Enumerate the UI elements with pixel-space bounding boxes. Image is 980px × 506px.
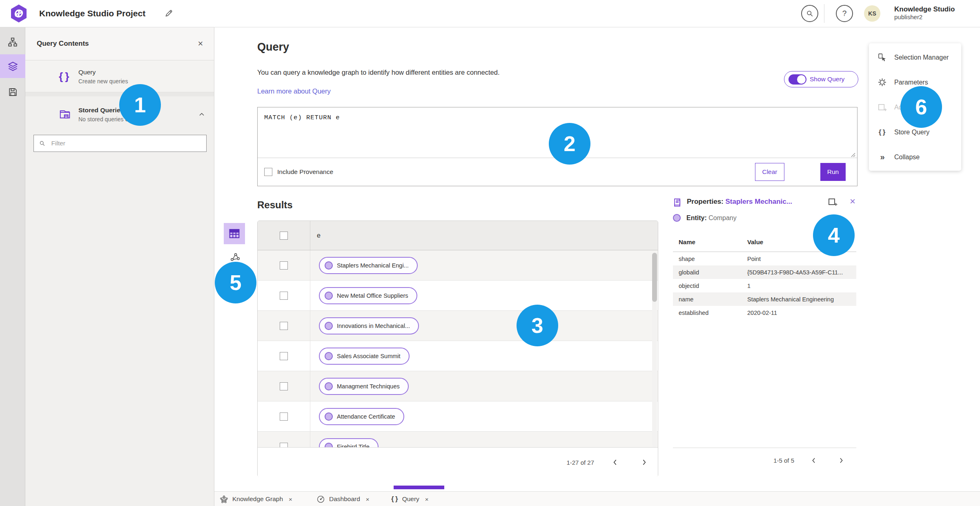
entity-dot-icon (325, 443, 333, 448)
close-tab-icon[interactable]: × (366, 496, 370, 503)
table-row[interactable]: Sales Associate Summit (258, 341, 658, 371)
user-avatar[interactable]: KS (864, 5, 880, 22)
avatar-initials: KS (868, 10, 876, 17)
entity-dot-icon (325, 382, 333, 390)
entity-chip-label: Staplers Mechanical Engi... (337, 262, 409, 269)
table-row[interactable]: Managment Techniques (258, 371, 658, 401)
close-properties-button[interactable]: × (850, 196, 855, 207)
entity-chip[interactable]: New Metal Office Suppliers (319, 287, 417, 304)
chevron-left-icon (810, 457, 818, 464)
table-row[interactable]: Attendance Certificate (258, 401, 658, 432)
clear-button[interactable]: Clear (755, 163, 784, 181)
panel-spacer (25, 92, 214, 96)
entity-chip[interactable]: Innovations in Mechanical... (319, 317, 419, 334)
tab-query[interactable]: { }Query× (391, 492, 429, 506)
row-checkbox[interactable] (280, 382, 288, 390)
row-checkbox[interactable] (280, 322, 288, 330)
stored-queries-filter[interactable] (33, 135, 207, 152)
link-chart-view-button[interactable] (229, 252, 241, 263)
close-tab-icon[interactable]: × (425, 496, 429, 503)
entity-chip[interactable]: Sales Associate Summit (319, 348, 410, 365)
entity-chip[interactable]: Firebird Title (319, 438, 379, 448)
row-checkbox[interactable] (280, 412, 288, 421)
table-row[interactable]: Innovations in Mechanical... (258, 311, 658, 341)
close-tab-icon[interactable]: × (289, 496, 292, 503)
menu-item-collapse[interactable]: »Collapse (869, 145, 961, 169)
property-row: globalid{5D9B4713-F98D-4A53-A59F-C11... (673, 265, 856, 279)
next-page-button[interactable] (637, 455, 651, 470)
editor-footer: Include Provenance Clear Run (258, 158, 857, 186)
chevron-up-icon (198, 110, 206, 118)
selection-manager-icon (877, 53, 887, 62)
menu-item-label: Collapse (894, 154, 920, 161)
query-description: You can query a knowledge graph to ident… (257, 69, 499, 76)
include-provenance-checkbox[interactable] (264, 168, 272, 176)
panel-close-button[interactable]: × (194, 38, 207, 50)
contents-item-query[interactable]: { } Query Create new queries (25, 60, 214, 92)
layers-icon (7, 61, 18, 72)
table-row[interactable]: New Metal Office Suppliers (258, 281, 658, 311)
scrollbar-thumb[interactable] (652, 253, 657, 302)
collapse-section-button[interactable] (198, 110, 206, 118)
run-button[interactable]: Run (820, 163, 846, 181)
filter-input[interactable] (51, 139, 201, 147)
property-row: nameStaplers Mechanical Engineering (673, 292, 856, 306)
show-query-toggle[interactable]: Show Query (784, 71, 858, 87)
row-checkbox[interactable] (280, 352, 288, 360)
entity-chip[interactable]: Managment Techniques (319, 378, 409, 395)
next-page-button[interactable] (833, 453, 848, 468)
learn-more-link[interactable]: Learn more about Query (257, 87, 331, 95)
properties-pagination: 1-5 of 5 (673, 448, 856, 473)
left-icon-rail: » (0, 27, 25, 506)
select-all-checkbox[interactable] (280, 232, 288, 240)
entity-dot-icon (325, 292, 333, 300)
row-checkbox[interactable] (280, 443, 288, 448)
item-subtitle: Create new queries (78, 78, 128, 84)
table-row[interactable]: Staplers Mechanical Engi... (258, 250, 658, 281)
sidebar-item-data-model[interactable] (0, 30, 25, 54)
edit-title-pencil-icon[interactable] (164, 9, 173, 18)
annotation-circle-4: 4 (813, 214, 855, 256)
entity-chip[interactable]: Attendance Certificate (319, 408, 404, 425)
row-checkbox[interactable] (280, 292, 288, 300)
previous-page-button[interactable] (806, 453, 821, 468)
tab-dashboard[interactable]: Dashboard× (316, 492, 370, 506)
table-view-button[interactable] (224, 223, 245, 244)
pagination-range: 1-5 of 5 (773, 457, 794, 464)
entity-dot-icon (325, 322, 333, 330)
entity-dot-icon (325, 412, 333, 421)
search-button[interactable] (801, 5, 818, 22)
save-icon (8, 87, 18, 97)
help-button[interactable]: ? (836, 5, 853, 22)
menu-item-selection-manager[interactable]: Selection Manager (869, 45, 961, 70)
link-chart-icon (230, 252, 241, 263)
sidebar-item-contents[interactable] (0, 54, 25, 78)
entity-chip[interactable]: Staplers Mechanical Engi... (319, 257, 418, 274)
tab-knowledge-graph[interactable]: Knowledge Graph× (220, 492, 292, 506)
open-in-new-window-button[interactable] (828, 197, 837, 207)
property-name: objectid (679, 283, 747, 289)
sidebar-item-save[interactable] (0, 80, 25, 104)
user-info[interactable]: Knowledge Studio publisher2 (894, 5, 955, 21)
row-checkbox[interactable] (280, 261, 288, 270)
results-table-header: e (258, 221, 658, 250)
add-window-icon (828, 197, 837, 207)
properties-icon (673, 198, 683, 207)
braces-icon: { } (391, 495, 398, 503)
entity-chip-label: Firebird Title (337, 444, 370, 448)
property-value: 2020-02-11 (747, 310, 851, 316)
previous-page-button[interactable] (608, 455, 623, 470)
table-row[interactable]: Firebird Title (258, 432, 658, 447)
resize-handle-icon[interactable] (851, 152, 855, 157)
toggle-track[interactable] (788, 74, 806, 85)
property-row: objectid1 (673, 279, 856, 292)
results-scrollbar[interactable] (652, 252, 657, 447)
tab-label: Knowledge Graph (232, 495, 283, 503)
user-name: Knowledge Studio (894, 5, 955, 13)
properties-entity-name[interactable]: Staplers Mechanic... (725, 198, 792, 205)
query-code-text[interactable]: MATCH (e) RETURN e (264, 114, 340, 121)
toggle-knob (797, 75, 806, 84)
entity-value: Company (708, 214, 736, 221)
app-logo (10, 4, 28, 23)
entity-chip-label: Innovations in Mechanical... (337, 323, 410, 329)
